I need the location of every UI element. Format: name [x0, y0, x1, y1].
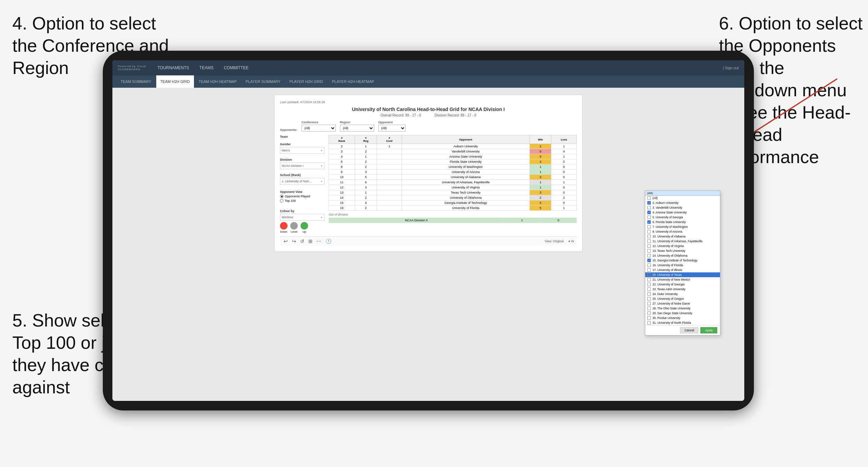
radio-top-100[interactable]: Top 100: [280, 199, 325, 202]
dropdown-item-label: 30. Purdue University: [652, 316, 680, 320]
dropdown-item[interactable]: 17. University of Illinois: [645, 268, 720, 272]
cell-reg: 4: [355, 200, 377, 206]
dropdown-item[interactable]: 3. Vanderbilt University: [645, 205, 720, 210]
cell-conf: [377, 206, 402, 211]
dropdown-header: (All): [645, 191, 720, 196]
subnav-team-h2h-heatmap[interactable]: TEAM H2H HEATMAP: [195, 75, 241, 88]
dropdown-item[interactable]: 7. University of Washington: [645, 224, 720, 229]
gender-value[interactable]: Men's: [280, 147, 325, 154]
nav-signout[interactable]: | Sign out: [723, 66, 739, 70]
dropdown-item[interactable]: 31. University of North Florida: [645, 320, 720, 325]
dropdown-item[interactable]: 25. University of Oregon: [645, 296, 720, 301]
cell-conf: [377, 170, 402, 175]
dropdown-checkbox[interactable]: [647, 321, 651, 324]
dropdown-item[interactable]: 22. University of Georgia: [645, 282, 720, 287]
opponent-select[interactable]: (All): [378, 125, 406, 132]
dropdown-item[interactable]: 23. Texas A&M University: [645, 287, 720, 292]
dropdown-checkbox[interactable]: ✓: [647, 211, 651, 214]
dropdown-item[interactable]: 5. University of Georgia: [645, 215, 720, 220]
dropdown-item[interactable]: 24. Duke University: [645, 292, 720, 296]
dropdown-item[interactable]: 12. University of Virginia: [645, 244, 720, 248]
cell-win: 3: [530, 175, 551, 180]
division-value[interactable]: NCAA Division I: [280, 162, 325, 169]
subnav-player-summary[interactable]: PLAYER SUMMARY: [242, 75, 285, 88]
nav-tournaments[interactable]: TOURNAMENTS: [152, 60, 194, 75]
cell-reg: 1: [355, 144, 377, 149]
refresh-button[interactable]: ↺: [299, 238, 305, 244]
dropdown-item[interactable]: 10. University of Alabama: [645, 234, 720, 239]
dropdown-item[interactable]: 8. University of Arizona: [645, 229, 720, 234]
data-table-wrap: #Rank #Reg #Conf Opponent Win Loss 2: [329, 135, 577, 233]
dropdown-item[interactable]: 29. San Diego State University: [645, 311, 720, 316]
cell-conf: [377, 154, 402, 159]
dropdown-item[interactable]: 30. Purdue University: [645, 316, 720, 320]
dropdown-item[interactable]: 20. University of Texas: [645, 272, 720, 277]
cell-rank: 15: [329, 200, 355, 206]
cell-reg: 2: [355, 164, 377, 170]
dropdown-item-label: 13. Texas Tech University: [652, 249, 685, 253]
dropdown-checkbox[interactable]: [647, 216, 651, 219]
region-select[interactable]: (All): [340, 125, 374, 132]
dropdown-checkbox[interactable]: [647, 235, 651, 238]
dropdown-item[interactable]: ✓4. Arizona State University: [645, 210, 720, 215]
dropdown-checkbox[interactable]: [647, 316, 651, 320]
subnav-player-h2h-grid[interactable]: PLAYER H2H GRID: [285, 75, 327, 88]
more-button[interactable]: ⋯: [316, 238, 322, 244]
dropdown-checkbox[interactable]: [647, 196, 651, 200]
dropdown-item[interactable]: 28. The Ohio State University: [645, 306, 720, 311]
dropdown-item[interactable]: 21. University of New Mexico: [645, 277, 720, 282]
dropdown-checkbox[interactable]: [647, 307, 651, 310]
subnav-player-h2h-heatmap[interactable]: PLAYER H2H HEATMAP: [328, 75, 378, 88]
dropdown-checkbox[interactable]: [647, 268, 651, 272]
dropdown-item[interactable]: ✓2. Auburn University: [645, 200, 720, 205]
dropdown-checkbox[interactable]: [647, 287, 651, 291]
dropdown-checkbox[interactable]: [647, 278, 651, 281]
dropdown-checkbox[interactable]: [647, 244, 651, 248]
cell-rank: 12: [329, 185, 355, 190]
cancel-button[interactable]: Cancel: [680, 327, 698, 333]
subnav-team-summary[interactable]: TEAM SUMMARY: [117, 75, 156, 88]
last-updated: Last Updated: 4/7/2024 16:55:38: [280, 100, 325, 104]
dropdown-item[interactable]: 13. Texas Tech University: [645, 248, 720, 253]
dropdown-item[interactable]: 14. University of Oklahoma: [645, 253, 720, 258]
dropdown-item[interactable]: 16. University of Florida: [645, 263, 720, 268]
dropdown-checkbox[interactable]: ✓: [647, 259, 651, 262]
dropdown-checkbox[interactable]: [647, 254, 651, 257]
opponent-dropdown[interactable]: (All) (All)✓2. Auburn University3. Vande…: [645, 191, 720, 335]
dropdown-checkbox[interactable]: [647, 297, 651, 300]
redo-button[interactable]: ↪: [291, 238, 297, 244]
dropdown-item[interactable]: (All): [645, 196, 720, 200]
dropdown-item[interactable]: 27. University of Notre Dame: [645, 301, 720, 306]
dropdown-checkbox[interactable]: [647, 239, 651, 243]
cell-conf: [377, 190, 402, 195]
dropdown-checkbox[interactable]: [647, 283, 651, 286]
colour-by-value[interactable]: Win/loss: [280, 214, 325, 221]
dropdown-item[interactable]: 11. University of Arkansas, Fayetteville: [645, 239, 720, 244]
dropdown-item[interactable]: ✓6. Florida State University: [645, 220, 720, 224]
subnav-team-h2h-grid[interactable]: TEAM H2H GRID: [156, 75, 194, 88]
radio-opponents-played[interactable]: Opponents Played: [280, 195, 325, 198]
nav-committee[interactable]: COMMITTEE: [219, 60, 253, 75]
dropdown-checkbox[interactable]: [647, 230, 651, 233]
dropdown-checkbox[interactable]: ✓: [647, 201, 651, 205]
undo-button[interactable]: ↩: [283, 238, 289, 244]
dropdown-checkbox[interactable]: [647, 263, 651, 267]
cell-opponent: Georgia Institute of Technology: [402, 200, 529, 206]
dropdown-item[interactable]: ✓15. Georgia Institute of Technology: [645, 258, 720, 263]
filter-group-conference: Conference (All): [302, 121, 336, 132]
dropdown-checkbox[interactable]: [647, 249, 651, 253]
table-row: 4 1 Arizona State University 5 1: [329, 154, 577, 159]
dropdown-checkbox[interactable]: ✓: [647, 220, 651, 224]
conference-select[interactable]: (All): [302, 125, 336, 132]
copy-button[interactable]: ⊞: [307, 238, 314, 244]
dropdown-checkbox[interactable]: [647, 292, 651, 296]
dropdown-checkbox[interactable]: [647, 302, 651, 305]
dropdown-checkbox[interactable]: [647, 273, 651, 276]
nav-teams[interactable]: TEAMS: [195, 60, 218, 75]
dropdown-item-label: 7. University of Washington: [652, 225, 688, 229]
dropdown-checkbox[interactable]: [647, 225, 651, 229]
dropdown-checkbox[interactable]: [647, 206, 651, 209]
dropdown-checkbox[interactable]: [647, 311, 651, 315]
school-value[interactable]: 1. University of Nort...: [280, 178, 325, 185]
apply-button[interactable]: Apply: [700, 327, 717, 333]
